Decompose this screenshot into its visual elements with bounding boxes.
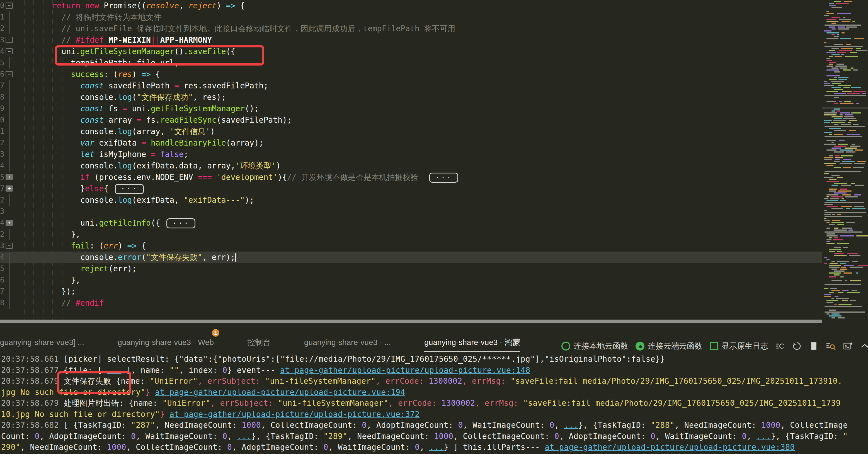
fold-expand-icon[interactable]: + (6, 185, 13, 191)
fold-scope-line (9, 57, 10, 69)
line-number: 2 (0, 137, 5, 149)
log-line: jpg No such file or directory"} at page-… (1, 387, 868, 398)
folded-region-ellipsis[interactable]: ··· (429, 173, 458, 183)
fold-expand-icon[interactable]: + (6, 220, 13, 226)
active-tab-underline (424, 352, 520, 352)
checkbox-unchecked-icon[interactable] (710, 342, 718, 350)
expand-ellipsis-link[interactable]: ... (564, 421, 579, 430)
code-line: 2}, (0, 229, 868, 240)
restart-icon[interactable] (792, 341, 802, 352)
line-number: 7 (0, 183, 5, 194)
code-line: 7}); (0, 286, 868, 297)
code-line: 4−uni.getFileSystemManager().saveFile({ (0, 46, 868, 57)
expand-ellipsis-link[interactable]: ... (107, 366, 122, 375)
fold-scope-line (9, 149, 10, 160)
source-file-link[interactable]: at page-gather/upload-picture/upload-pic… (280, 366, 530, 375)
code-text: }); (0, 286, 75, 297)
fold-expand-icon[interactable]: + (6, 174, 13, 180)
folded-region-ellipsis[interactable]: ··· (115, 184, 144, 194)
toggle-label: 连接云端云函数 (648, 341, 703, 352)
panel-tab-label: 控制台 (247, 338, 271, 346)
code-text: if (process.env.NODE_ENV === 'developmen… (0, 172, 458, 183)
panel-tab-label: guanying-share-vue3 - ... (304, 338, 391, 346)
code-area: 0−return new Promise((resolve, reject) =… (0, 0, 868, 309)
line-number: 8 (0, 297, 5, 309)
code-line: 3−// #ifdef MP-WEIXIN||APP-HARMONY (0, 34, 868, 46)
code-line: 5+if (process.env.NODE_ENV === 'developm… (0, 172, 868, 183)
panel-toggle-3[interactable]: 显示原生日志 (710, 341, 768, 352)
code-line: 7const savedFilePath = res.savedFilePath… (0, 80, 868, 91)
line-number: 4 (0, 160, 5, 172)
panel-toggle-2[interactable]: 连接云端云函数 (636, 341, 703, 352)
code-line: 9const fs = uni.getFileSystemManager(); (0, 103, 868, 114)
radio-unchecked-icon[interactable] (561, 342, 570, 351)
minimap[interactable] (822, 0, 868, 320)
source-file-link[interactable]: at page-gather/upload-picture/upload-pic… (545, 443, 795, 452)
folded-region-ellipsis[interactable]: ··· (166, 218, 195, 229)
source-file-link[interactable]: at page-gather/upload-picture/upload-pic… (155, 388, 405, 397)
line-number: 3 (0, 240, 5, 251)
panel-tab-2[interactable]: guanying-share-vue3 - Web1 (118, 331, 214, 347)
expand-ellipsis-link[interactable]: ... (429, 443, 444, 452)
log-line: 290", NeedImageCount: 1000, CollectImage… (1, 442, 868, 453)
code-text: }else{ ··· (0, 183, 144, 194)
console-log-output: 20:37:58.661 [picker] selectResult: {"da… (1, 354, 868, 453)
line-number: 8 (0, 91, 5, 103)
code-text: console.error("文件保存失败", err); (0, 251, 236, 263)
panel-toggle-1[interactable]: 连接本地云函数 (561, 341, 628, 352)
fold-scope-line (9, 297, 10, 309)
code-line: 5reject(err); (0, 263, 868, 274)
code-text: }, (0, 229, 80, 240)
ide-window: 0−return new Promise((resolve, reject) =… (0, 0, 868, 454)
fold-collapse-icon[interactable]: − (6, 243, 13, 249)
fold-collapse-icon[interactable]: − (6, 2, 13, 9)
fold-scope-line (9, 126, 10, 137)
panel-tab-1[interactable]: guanying-share-vue3] ... (0, 331, 84, 347)
line-number: 0 (0, 0, 5, 11)
panel-tab-3[interactable]: 控制台 (247, 330, 271, 348)
code-line: 3−fail: (err) => { (0, 240, 868, 251)
code-text: const savedFilePath = res.savedFilePath; (0, 80, 268, 91)
fold-scope-line (9, 263, 10, 274)
collapse-panel-icon[interactable] (860, 341, 868, 352)
radio-checked-icon[interactable] (636, 342, 645, 351)
fold-scope-line (9, 103, 10, 114)
fold-collapse-icon[interactable]: − (6, 37, 13, 43)
source-file-link[interactable]: at page-gather/upload-picture/upload-pic… (169, 410, 420, 419)
log-line: 20:37:58.677 {file: [ ... ], name: "", i… (1, 365, 868, 376)
fold-scope-line (9, 251, 10, 263)
code-line: 2console.log(exifData, "exifData---"); (0, 194, 868, 206)
line-number: 6 (0, 274, 5, 286)
horizontal-scrollbar[interactable] (0, 320, 822, 323)
code-line: 1console.log(array, '文件信息') (0, 126, 868, 137)
line-number: 0 (0, 114, 5, 126)
code-line: 2// uni.saveFile 保存临时文件到本地。此接口会移动临时文件，因此… (0, 23, 868, 34)
panel-tab-4[interactable]: guanying-share-vue3 - ... (304, 331, 391, 347)
code-text: console.log(exifData, "exifData---"); (0, 194, 254, 206)
code-text: const array = fs.readFileSync(savedFileP… (0, 114, 292, 126)
panel-tab-label: guanying-share-vue3] ... (0, 338, 84, 346)
scroll-lock-icon[interactable] (809, 341, 818, 352)
search-logs-icon[interactable] (826, 341, 836, 352)
line-number: 5 (0, 57, 5, 69)
fold-collapse-icon[interactable]: − (6, 48, 13, 54)
fold-scope-line (9, 137, 10, 149)
line-number: 1 (0, 126, 5, 137)
code-text: tempFilePath: file.url, (0, 57, 179, 69)
expand-ellipsis-link[interactable]: ... (756, 432, 771, 441)
code-editor[interactable]: 0−return new Promise((resolve, reject) =… (0, 0, 868, 320)
clear-console-icon[interactable] (775, 341, 785, 352)
fold-collapse-icon[interactable]: − (6, 71, 13, 77)
code-line: 8// #endif (0, 297, 868, 309)
code-text: // uni.saveFile 保存临时文件到本地。此接口会移动临时文件，因此调… (0, 23, 455, 34)
panel-tab-5[interactable]: guanying-share-vue3 - 鸿蒙 (424, 330, 520, 348)
code-line: 1// 将临时文件转为本地文件 (0, 11, 868, 23)
expand-ellipsis-link[interactable]: ... (237, 432, 251, 441)
new-terminal-icon[interactable] (843, 341, 852, 352)
code-line: 0const array = fs.readFileSync(savedFile… (0, 114, 868, 126)
fold-scope-line (9, 274, 10, 286)
fold-scope-line (9, 80, 10, 91)
code-text: console.log(exifData.data, array,'环境类型') (0, 160, 281, 172)
code-text: console.log("文件保存成功", res); (0, 91, 226, 103)
code-text: reject(err); (0, 263, 136, 274)
